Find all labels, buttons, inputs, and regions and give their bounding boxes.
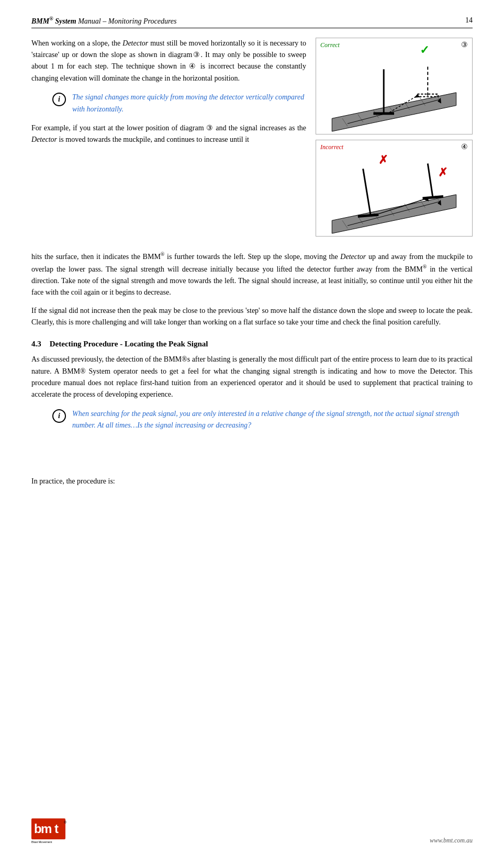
diagram-incorrect: Incorrect ④ ✗ ✗: [316, 140, 473, 237]
logo-area: b m t ® Blast Movement Technologies: [31, 818, 73, 845]
diagram-incorrect-number: ④: [461, 142, 468, 151]
info-icon-1: i: [52, 93, 66, 106]
section-number: 4.3: [31, 340, 41, 348]
section-title-4-3: 4.3Detecting Procedure - Locating the Pe…: [31, 340, 473, 349]
diagram-correct-label: Correct: [320, 41, 340, 49]
diagram-correct-svg: ✓: [316, 38, 472, 134]
svg-text:✗: ✗: [438, 166, 447, 179]
diagram-correct: Correct ③ ✓: [316, 38, 473, 134]
blank-space: [31, 439, 473, 470]
diagram-incorrect-label: Incorrect: [320, 143, 343, 151]
svg-marker-14: [415, 94, 420, 97]
bmt-logo: b m t ® Blast Movement Technologies: [31, 818, 73, 845]
svg-text:Blast Movement: Blast Movement: [31, 840, 52, 844]
two-column-section: When working on a slope, the Detector mu…: [31, 38, 473, 242]
info-box-1: i The signal changes more quickly from m…: [52, 92, 306, 115]
paragraph-4: As discussed previously, the detection o…: [31, 354, 473, 401]
svg-line-29: [428, 163, 433, 198]
paragraph-2-start: For example, if you start at the lower p…: [31, 122, 306, 146]
svg-text:✗: ✗: [378, 153, 388, 166]
left-column: When working on a slope, the Detector mu…: [31, 38, 306, 242]
svg-marker-1: [332, 93, 456, 131]
svg-text:t: t: [54, 822, 59, 836]
section-heading: Detecting Procedure - Locating the Peak …: [50, 340, 208, 348]
paragraph-3: If the signal did not increase then the …: [31, 305, 473, 329]
svg-text:m: m: [41, 822, 52, 836]
right-column-diagrams: Correct ③ ✓: [316, 38, 473, 242]
svg-marker-19: [332, 195, 456, 233]
page: BMM® System Manual – Monitoring Procedur…: [0, 0, 504, 854]
footer-url: www.bmt.com.au: [430, 837, 473, 845]
page-number: 14: [465, 16, 473, 25]
header-title: BMM® System Manual – Monitoring Procedur…: [31, 16, 177, 26]
svg-text:✓: ✓: [420, 43, 429, 56]
page-footer: b m t ® Blast Movement Technologies www.…: [0, 818, 504, 845]
info-text-2: When searching for the peak signal, you …: [72, 408, 473, 432]
page-header: BMM® System Manual – Monitoring Procedur…: [31, 16, 473, 28]
paragraph-1: When working on a slope, the Detector mu…: [31, 38, 306, 85]
svg-text:®: ®: [64, 821, 67, 824]
paragraph-2-cont: hits the surface, then it indicates the …: [31, 250, 473, 299]
diagram-correct-number: ③: [461, 40, 468, 49]
svg-rect-10: [373, 112, 394, 115]
svg-text:Technologies: Technologies: [31, 844, 48, 845]
svg-line-27: [363, 168, 371, 216]
info-icon-2: i: [52, 409, 66, 423]
in-practice-text: In practice, the procedure is:: [31, 476, 473, 487]
info-text-1: The signal changes more quickly from mov…: [72, 92, 306, 115]
info-box-2: i When searching for the peak signal, yo…: [52, 408, 473, 432]
diagram-incorrect-svg: ✗ ✗: [316, 140, 472, 236]
